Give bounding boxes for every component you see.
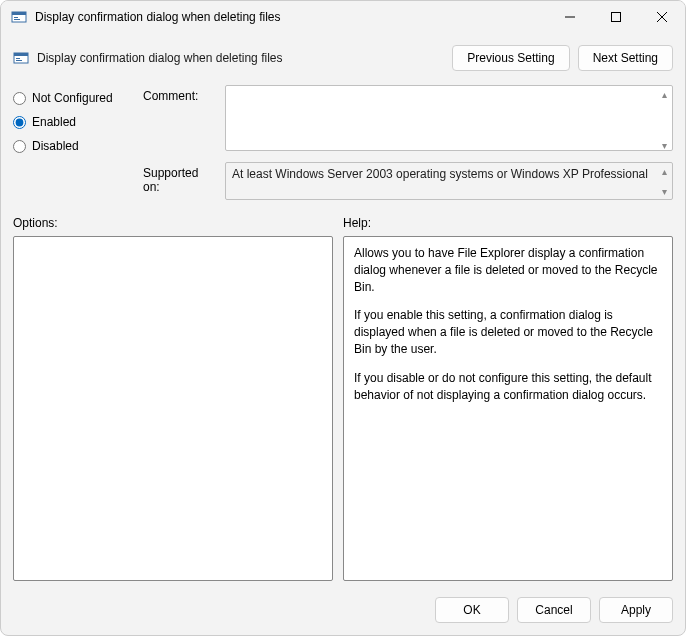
radio-disabled-label: Disabled <box>32 139 79 153</box>
comment-row: Comment: ▴ ▾ <box>143 85 673 154</box>
maximize-button[interactable] <box>593 1 639 33</box>
supported-row: Supported on: At least Windows Server 20… <box>143 162 673 200</box>
help-paragraph: If you disable or do not configure this … <box>354 370 662 404</box>
comment-field-wrap: ▴ ▾ <box>225 85 673 154</box>
window-title: Display confirmation dialog when deletin… <box>35 10 547 24</box>
supported-value: At least Windows Server 2003 operating s… <box>225 162 673 200</box>
options-label: Options: <box>13 216 333 230</box>
cancel-button[interactable]: Cancel <box>517 597 591 623</box>
section-labels: Options: Help: <box>13 216 673 230</box>
policy-icon <box>13 50 29 66</box>
comment-input[interactable] <box>225 85 673 151</box>
policy-title: Display confirmation dialog when deletin… <box>37 51 444 65</box>
app-icon <box>11 9 27 25</box>
footer-buttons: OK Cancel Apply <box>13 587 673 623</box>
next-setting-button[interactable]: Next Setting <box>578 45 673 71</box>
meta-column: Comment: ▴ ▾ Supported on: At least Wind… <box>143 85 673 200</box>
radio-enabled-label: Enabled <box>32 115 76 129</box>
help-paragraph: Allows you to have File Explorer display… <box>354 245 662 295</box>
scroll-up-icon[interactable]: ▴ <box>657 164 671 178</box>
window-controls <box>547 1 685 33</box>
previous-setting-button[interactable]: Previous Setting <box>452 45 569 71</box>
radio-disabled-input[interactable] <box>13 140 26 153</box>
radio-disabled[interactable]: Disabled <box>13 139 131 153</box>
header-row: Display confirmation dialog when deletin… <box>13 43 673 79</box>
config-row: Not Configured Enabled Disabled Comment:… <box>13 85 673 200</box>
minimize-button[interactable] <box>547 1 593 33</box>
ok-button[interactable]: OK <box>435 597 509 623</box>
help-label: Help: <box>343 216 371 230</box>
svg-rect-1 <box>12 12 26 15</box>
svg-rect-10 <box>16 58 20 59</box>
svg-rect-2 <box>14 17 18 18</box>
panels-row: Allows you to have File Explorer display… <box>13 236 673 581</box>
svg-rect-9 <box>14 53 28 56</box>
radio-not-configured-label: Not Configured <box>32 91 113 105</box>
options-panel[interactable] <box>13 236 333 581</box>
comment-label: Comment: <box>143 85 217 103</box>
scroll-up-icon[interactable]: ▴ <box>657 87 671 101</box>
radio-enabled[interactable]: Enabled <box>13 115 131 129</box>
scroll-down-icon[interactable]: ▾ <box>657 184 671 198</box>
content-area: Display confirmation dialog when deletin… <box>1 33 685 635</box>
help-paragraph: If you enable this setting, a confirmati… <box>354 307 662 357</box>
supported-label: Supported on: <box>143 162 217 194</box>
titlebar: Display confirmation dialog when deletin… <box>1 1 685 33</box>
apply-button[interactable]: Apply <box>599 597 673 623</box>
radio-enabled-input[interactable] <box>13 116 26 129</box>
supported-field-wrap: At least Windows Server 2003 operating s… <box>225 162 673 200</box>
radio-not-configured[interactable]: Not Configured <box>13 91 131 105</box>
scroll-down-icon[interactable]: ▾ <box>657 138 671 152</box>
svg-rect-11 <box>16 60 22 61</box>
svg-rect-3 <box>14 19 20 20</box>
help-panel[interactable]: Allows you to have File Explorer display… <box>343 236 673 581</box>
dialog-window: Display confirmation dialog when deletin… <box>0 0 686 636</box>
radio-not-configured-input[interactable] <box>13 92 26 105</box>
close-button[interactable] <box>639 1 685 33</box>
svg-rect-5 <box>612 13 621 22</box>
state-radios: Not Configured Enabled Disabled <box>13 85 131 153</box>
nav-buttons: Previous Setting Next Setting <box>452 45 673 71</box>
